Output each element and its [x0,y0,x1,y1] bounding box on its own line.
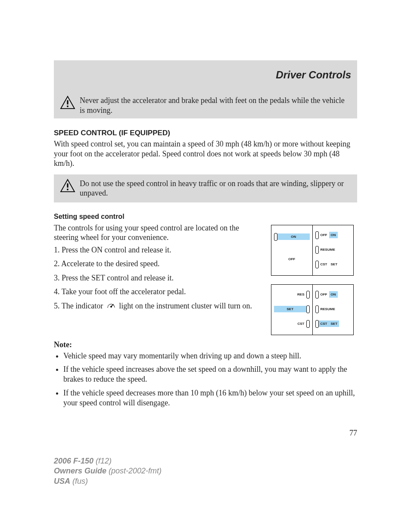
footer-region-code: (fus) [72,477,88,485]
speed-control-intro: With speed control set, you can maintain… [54,139,357,168]
diag-label: CST [296,320,306,327]
footer-guide: Owners Guide [54,467,106,475]
svg-rect-5 [67,189,68,190]
diag-label: OFF [319,232,329,238]
diag-label: CST [319,261,329,268]
diag-label: ON [277,233,310,240]
step-5b: light on the instrument cluster will tur… [119,302,252,310]
svg-rect-4 [67,183,68,187]
diag-label: RESUME [319,246,351,253]
warning-triangle-icon [60,179,75,194]
warning-triangle-icon [60,96,75,111]
footer-line-3: USA (fus) [54,476,162,486]
diag-label: SET [329,261,339,268]
page-content: Driver Controls Never adjust the acceler… [0,0,411,438]
list-item: If the vehicle speed increases above the… [63,364,357,385]
switch-icon [315,246,319,254]
footer-line-1: 2006 F-150 (f12) [54,456,162,466]
page-number: 77 [54,429,357,438]
footer-code: (f12) [96,457,112,465]
step-5: 5. The indicator light on the instrument… [54,301,263,312]
switch-icon [274,233,277,241]
switch-icon [315,231,319,239]
control-diagram-2: RES SET CST OFF [271,284,354,335]
control-diagram-1: ON OFF OFF ON RESUME [271,225,354,276]
step-2: 2. Accelerate to the desired speed. [54,259,263,269]
switch-icon [306,291,310,299]
svg-rect-1 [67,100,68,105]
switch-icon [306,320,310,328]
footer-line-2: Owners Guide (post-2002-fmt) [54,466,162,476]
switch-icon [315,261,319,268]
note-list: Vehicle speed may vary momentarily when … [54,351,357,408]
diag-label: OFF [319,291,329,298]
setting-intro: The controls for using your speed contro… [54,223,263,243]
step-5a: 5. The indicator [54,302,103,310]
switch-icon [315,305,319,313]
diag-label: RESUME [319,306,351,312]
column-right: ON OFF OFF ON RESUME [271,222,357,335]
diag-label: OFF [286,256,297,262]
diag-label: ON [329,232,338,238]
footer-model: 2006 F-150 [54,457,93,465]
svg-rect-2 [67,106,68,107]
warning-block-2: Do not use the speed control in heavy tr… [54,174,357,202]
diag-label: ON [329,291,338,298]
switch-icon [315,291,319,299]
step-4: 4. Take your foot off the accelerator pe… [54,287,263,297]
two-column-layout: The controls for using your speed contro… [54,222,357,335]
warning-block-1: Never adjust the accelerator and brake p… [60,96,351,115]
step-1: 1. Press the ON control and release it. [54,245,263,255]
note-label: Note: [54,340,357,349]
diag-label: CST [319,320,329,327]
speed-control-heading: SPEED CONTROL (IF EQUIPPED) [54,129,357,137]
diag-label: SET [274,306,306,312]
footer: 2006 F-150 (f12) Owners Guide (post-2002… [54,456,162,486]
switch-icon [306,305,310,313]
setting-heading: Setting speed control [54,213,357,221]
footer-region: USA [54,477,70,485]
cruise-indicator-icon [106,302,116,312]
section-title: Driver Controls [60,69,351,81]
warning-text-1: Never adjust the accelerator and brake p… [80,96,351,115]
list-item: If the vehicle speed decreases more than… [63,388,357,408]
header-band: Driver Controls Never adjust the acceler… [54,60,357,118]
switch-icon [315,320,319,328]
step-3: 3. Press the SET control and release it. [54,273,263,283]
footer-format: (post-2002-fmt) [109,467,162,475]
column-left: The controls for using your speed contro… [54,222,263,335]
diag-label: SET [329,320,339,327]
diag-label: RES [296,291,306,298]
warning-text-2: Do not use the speed control in heavy tr… [80,179,351,198]
list-item: Vehicle speed may vary momentarily when … [63,351,357,361]
